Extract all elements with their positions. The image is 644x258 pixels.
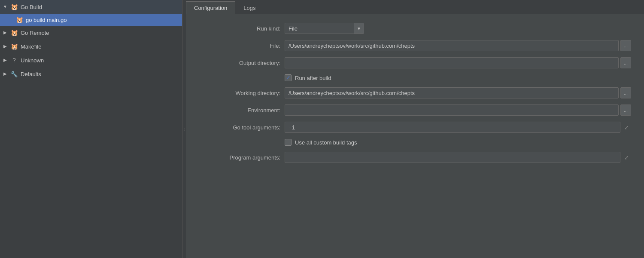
sidebar-group-unknown: ? Unknown [0,53,182,67]
go-tool-arguments-expand-button[interactable]: ⤢ [622,123,631,132]
chevron-right-defaults-icon [3,71,8,77]
go-tool-arguments-row: Go tool arguments: ⤢ [199,122,631,133]
output-directory-label: Output directory: [199,60,280,66]
sidebar-group-header-go-build[interactable]: 🐹 Go Build [0,0,182,14]
expand-icon: ⤢ [624,124,629,131]
file-control: ... [285,40,631,51]
sidebar-group-label-go-build: Go Build [21,4,42,10]
chevron-right-icon [3,30,8,35]
run-kind-row: Run kind: File Package Directory ▼ [199,23,631,34]
run-kind-label: Run kind: [199,25,280,32]
output-directory-control: ... [285,57,631,68]
sidebar-group-label-unknown: Unknown [21,57,44,64]
working-directory-row: Working directory: ... [199,87,631,98]
program-arguments-control: ⤢ [285,152,631,163]
wrench-icon: 🔧 [10,70,18,78]
sidebar-group-go-build: 🐹 Go Build 🐹 go build main.go [0,0,182,26]
sidebar-group-label-defaults: Defaults [21,71,41,77]
go-tool-arguments-input[interactable] [285,122,620,133]
run-after-build-checkbox[interactable] [285,74,292,81]
configuration-form: Run kind: File Package Directory ▼ File:… [186,14,644,258]
run-after-build-wrap: Run after build [285,74,331,81]
environment-row: Environment: ... [199,104,631,116]
sidebar-group-header-defaults[interactable]: 🔧 Defaults [0,67,182,81]
sidebar-group-header-unknown[interactable]: ? Unknown [0,53,182,67]
chevron-down-icon [3,4,8,9]
sidebar-group-header-makefile[interactable]: 🐹 Makefile [0,40,182,53]
working-directory-control: ... [285,87,631,98]
sidebar-item-label-go-build-main: go build main.go [26,17,67,23]
go-tool-arguments-control: ⤢ [285,122,631,133]
sidebar-resizer[interactable]: ⋮ [182,0,186,258]
gopher-icon: 🐹 [10,3,18,11]
program-arguments-label: Program arguments: [199,154,280,161]
tab-configuration[interactable]: Configuration [186,1,235,14]
sidebar-group-label-makefile: Makefile [21,43,41,50]
program-arguments-row: Program arguments: ⤢ [199,152,631,163]
chevron-right-unknown-icon [3,58,8,63]
select-arrow-icon: ▼ [354,23,364,34]
go-tool-arguments-label: Go tool arguments: [199,124,280,131]
custom-build-tags-wrap: Use all custom build tags [285,139,357,146]
chevron-right-makefile-icon [3,44,8,49]
run-after-build-label: Run after build [295,75,331,81]
sidebar: 🐹 Go Build 🐹 go build main.go 🐹 Go Remot… [0,0,182,258]
environment-input[interactable] [285,104,619,116]
run-kind-select-wrap[interactable]: File Package Directory ▼ [285,23,364,34]
file-label: File: [199,43,280,49]
custom-build-tags-label: Use all custom build tags [295,139,357,146]
program-arguments-input[interactable] [285,152,620,163]
custom-build-tags-row: Use all custom build tags [199,139,631,146]
run-kind-control: File Package Directory ▼ [285,23,631,34]
output-directory-row: Output directory: ... [199,57,631,68]
run-kind-select[interactable]: File Package Directory [285,23,354,34]
makefile-icon: 🐹 [10,43,18,50]
output-directory-browse-button[interactable]: ... [620,57,631,68]
file-row: File: ... [199,40,631,51]
environment-browse-button[interactable]: ... [620,104,631,116]
working-directory-input[interactable] [285,87,619,98]
sidebar-group-defaults: 🔧 Defaults [0,67,182,81]
output-directory-input[interactable] [285,57,619,68]
gopher-remote-icon: 🐹 [10,29,18,37]
tab-logs[interactable]: Logs [235,1,264,14]
working-directory-browse-button[interactable]: ... [620,87,631,98]
run-after-build-row: Run after build [199,74,631,81]
file-input[interactable] [285,40,619,51]
sidebar-group-label-go-remote: Go Remote [21,30,49,36]
environment-label: Environment: [199,107,280,114]
main-panel: Configuration Logs Run kind: File Packag… [186,0,644,258]
gopher-icon-small: 🐹 [15,16,23,24]
custom-build-tags-checkbox[interactable] [285,139,292,146]
sidebar-group-header-go-remote[interactable]: 🐹 Go Remote [0,26,182,40]
program-arguments-expand-button[interactable]: ⤢ [622,154,631,162]
file-browse-button[interactable]: ... [620,40,631,51]
environment-control: ... [285,104,631,116]
sidebar-item-go-build-main[interactable]: 🐹 go build main.go [0,14,182,26]
tab-bar: Configuration Logs [186,0,644,14]
sidebar-group-makefile: 🐹 Makefile [0,40,182,53]
expand-icon-2: ⤢ [624,154,629,161]
question-icon: ? [10,56,18,64]
working-directory-label: Working directory: [199,90,280,96]
sidebar-group-go-remote: 🐹 Go Remote [0,26,182,40]
